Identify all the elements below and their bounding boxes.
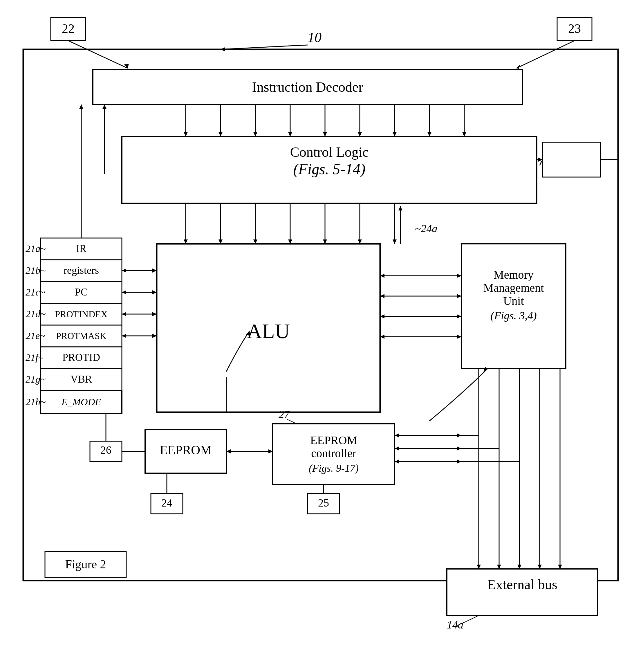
mmu-figs: (Figs. 3,4) [490,310,536,322]
svg-marker-50 [398,206,402,211]
reg-label-21c: 21c~ [25,287,45,298]
svg-marker-48 [392,239,397,244]
svg-marker-95 [226,449,231,453]
reg-protmask: PROTMASK [56,331,107,341]
reg-protid: PROTID [62,351,100,363]
ref24-label: 24 [161,497,172,509]
svg-marker-65 [122,312,126,316]
instruction-decoder-label: Instruction Decoder [252,79,363,95]
diagram-container: 10 22 23 Instruction Decoder [0,0,643,672]
svg-marker-116 [558,565,562,569]
svg-marker-85 [457,314,461,319]
reg-registers: registers [63,264,99,276]
ref23-label: 23 [568,22,581,36]
mmu-label3: Unit [503,295,524,308]
svg-marker-110 [497,565,501,569]
reg-vbr: VBR [71,373,92,385]
svg-marker-71 [122,268,126,273]
svg-marker-25 [392,132,397,136]
svg-marker-23 [358,132,362,136]
svg-marker-11 [102,105,107,109]
external-bus-label1: External bus [487,577,557,592]
reg-label-21b: 21b~ [25,265,46,276]
reg-ir: IR [76,243,86,254]
control-logic-figs: (Figs. 5-14) [293,161,365,178]
ref26-label: 26 [100,444,111,456]
svg-marker-100 [457,433,461,437]
figure2-label: Figure 2 [65,557,106,571]
ref14a-label: 14a [447,619,463,631]
reg-label-21a: 21a~ [25,243,46,254]
mmu-label1: Memory [494,268,534,281]
reg-protindex: PROTINDEX [55,309,107,319]
alu-label: ALU [247,320,290,343]
reg-label-21g: 21g~ [25,374,46,385]
svg-marker-103 [457,446,461,451]
svg-marker-17 [253,132,257,136]
svg-marker-27 [427,132,432,136]
fig10-label: 10 [307,29,322,45]
reg-emode: E_MODE [61,397,101,407]
svg-marker-2 [220,47,225,51]
svg-marker-105 [395,459,399,464]
svg-marker-99 [395,433,399,437]
svg-marker-108 [477,565,481,569]
ref22-label: 22 [62,22,75,36]
svg-line-7 [517,41,574,68]
main-diagram-svg: 10 22 23 Instruction Decoder [0,0,643,672]
control-logic-label: Control Logic [290,144,369,160]
svg-marker-96 [268,449,273,453]
reg-label-21e: 21e~ [25,330,45,341]
svg-marker-60 [79,105,83,109]
svg-marker-102 [395,446,399,451]
svg-marker-112 [517,565,521,569]
svg-marker-15 [218,132,222,136]
svg-marker-82 [457,294,461,298]
ref27-label: 27 [279,408,290,420]
svg-marker-62 [122,290,126,295]
svg-marker-21 [323,132,327,136]
svg-line-4 [68,41,128,68]
svg-marker-13 [184,132,188,136]
reg-label-21f: 21f~ [25,352,44,363]
svg-marker-68 [122,334,126,338]
svg-rect-120 [447,569,598,615]
svg-marker-88 [457,335,461,339]
eeprom-label: EEPROM [160,443,211,457]
svg-marker-19 [288,132,292,136]
reg-label-21d: 21d~ [25,309,46,319]
svg-marker-79 [457,274,461,278]
eeprom-ctrl-figs: (Figs. 9-17) [309,463,359,474]
svg-marker-114 [538,565,542,569]
ref25-label: 25 [318,497,329,509]
mmu-label2: Management [483,281,544,295]
eeprom-ctrl-label2: controller [311,447,356,460]
reg-label-21h: 21h~ [25,397,46,407]
reg-pc: PC [75,286,88,298]
svg-marker-106 [457,459,461,464]
svg-marker-29 [462,132,466,136]
ref24a-label: ~24a [415,223,438,235]
eeprom-ctrl-label1: EEPROM [310,434,357,447]
svg-rect-31 [543,142,600,177]
